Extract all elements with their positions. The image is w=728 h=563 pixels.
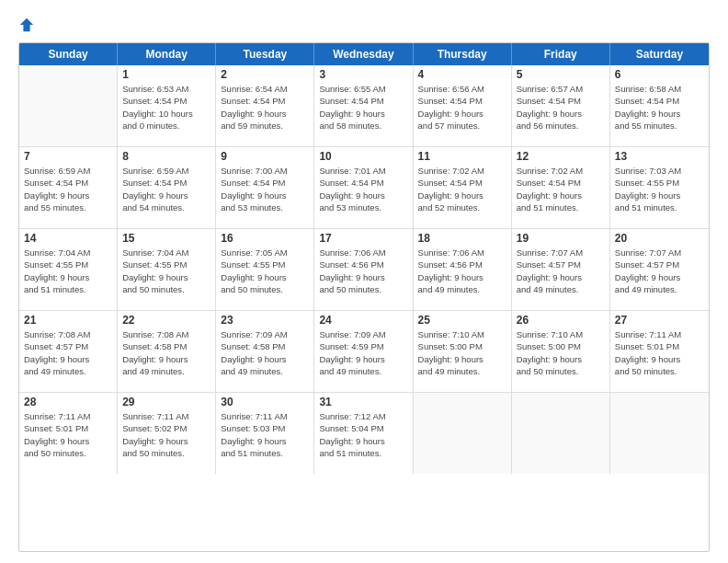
cell-line: Daylight: 9 hours [418, 190, 506, 201]
cell-line: and 50 minutes. [319, 283, 407, 295]
cell-line: Sunset: 4:54 PM [418, 177, 506, 189]
week-row-4: 21Sunrise: 7:08 AMSunset: 4:57 PMDayligh… [19, 311, 709, 393]
day-cell-26: 26Sunrise: 7:10 AMSunset: 5:00 PMDayligh… [512, 311, 610, 392]
day-number: 22 [122, 314, 210, 327]
cell-line: Sunrise: 7:02 AM [418, 165, 506, 177]
cell-line: Sunset: 4:55 PM [24, 259, 112, 270]
cell-line: Sunrise: 7:03 AM [615, 165, 704, 177]
cell-line: Daylight: 9 hours [319, 353, 407, 365]
cell-line: Sunset: 5:02 PM [122, 422, 210, 434]
day-cell-28: 28Sunrise: 7:11 AMSunset: 5:01 PMDayligh… [19, 393, 118, 474]
cell-line: Sunset: 5:00 PM [517, 340, 605, 352]
day-cell-29: 29Sunrise: 7:11 AMSunset: 5:02 PMDayligh… [118, 393, 216, 474]
cell-line: Daylight: 9 hours [517, 271, 605, 283]
cell-line: Daylight: 9 hours [221, 108, 309, 120]
logo [18, 15, 39, 33]
cell-line: Sunrise: 6:54 AM [221, 83, 309, 95]
cell-line: Sunrise: 7:10 AM [517, 328, 605, 340]
cell-line: Sunrise: 7:04 AM [24, 247, 112, 259]
cell-line: Sunset: 4:54 PM [319, 177, 407, 189]
cell-line: Daylight: 9 hours [517, 108, 605, 120]
cell-line: Sunrise: 7:09 AM [221, 328, 309, 340]
day-cell-4: 4Sunrise: 6:56 AMSunset: 4:54 PMDaylight… [414, 65, 512, 146]
cell-line: and 51 minutes. [319, 447, 407, 459]
day-of-week-tuesday: Tuesday [216, 43, 314, 65]
day-number: 4 [418, 68, 506, 81]
cell-line: and 49 minutes. [122, 365, 210, 377]
day-cell-5: 5Sunrise: 6:57 AMSunset: 4:54 PMDaylight… [512, 65, 610, 146]
empty-cell [19, 65, 118, 146]
day-cell-22: 22Sunrise: 7:08 AMSunset: 4:58 PMDayligh… [118, 311, 216, 392]
cell-line: Sunrise: 7:12 AM [319, 410, 407, 422]
cell-line: Sunset: 4:57 PM [24, 340, 112, 352]
cell-line: Sunrise: 7:07 AM [615, 247, 704, 259]
cell-line: Sunset: 4:54 PM [221, 95, 309, 107]
day-number: 20 [615, 232, 704, 245]
cell-line: Sunset: 5:00 PM [418, 340, 506, 352]
day-number: 24 [319, 314, 407, 327]
cell-line: Sunset: 4:54 PM [615, 95, 704, 107]
day-number: 14 [24, 232, 112, 245]
day-cell-31: 31Sunrise: 7:12 AMSunset: 5:04 PMDayligh… [314, 393, 413, 474]
cell-line: Sunrise: 7:09 AM [319, 328, 407, 340]
cell-line: Sunset: 5:01 PM [24, 422, 112, 434]
cell-line: Daylight: 9 hours [122, 190, 210, 201]
day-number: 25 [418, 314, 506, 327]
cell-line: and 50 minutes. [24, 447, 112, 459]
day-cell-23: 23Sunrise: 7:09 AMSunset: 4:58 PMDayligh… [216, 311, 314, 392]
cell-line: Sunrise: 7:04 AM [122, 247, 210, 259]
cell-line: Daylight: 9 hours [221, 353, 309, 365]
cell-line: and 51 minutes. [24, 283, 112, 295]
cell-line: Sunrise: 7:11 AM [24, 410, 112, 422]
day-number: 11 [418, 150, 506, 163]
cell-line: Sunset: 4:54 PM [122, 95, 210, 107]
cell-line: Sunset: 4:54 PM [221, 177, 309, 189]
cell-line: Sunset: 4:57 PM [615, 259, 704, 270]
cell-line: Daylight: 9 hours [24, 271, 112, 283]
cell-line: Sunset: 4:55 PM [221, 259, 309, 270]
week-row-3: 14Sunrise: 7:04 AMSunset: 4:55 PMDayligh… [19, 229, 709, 311]
cell-line: Sunset: 4:59 PM [319, 340, 407, 352]
day-number: 1 [122, 68, 210, 81]
svg-marker-0 [20, 18, 33, 31]
cell-line: Daylight: 9 hours [122, 435, 210, 447]
cell-line: Sunset: 4:56 PM [319, 259, 407, 270]
cell-line: Daylight: 10 hours [122, 108, 210, 120]
cell-line: Sunset: 4:54 PM [319, 95, 407, 107]
day-number: 8 [122, 150, 210, 163]
day-number: 23 [221, 314, 309, 327]
cell-line: and 49 minutes. [418, 365, 506, 377]
cell-line: Sunrise: 7:10 AM [418, 328, 506, 340]
week-row-1: 1Sunrise: 6:53 AMSunset: 4:54 PMDaylight… [19, 65, 709, 147]
day-number: 26 [517, 314, 605, 327]
cell-line: Sunrise: 7:00 AM [221, 165, 309, 177]
empty-cell [414, 393, 512, 474]
cell-line: Sunrise: 7:06 AM [418, 247, 506, 259]
day-number: 28 [24, 396, 112, 408]
cell-line: and 49 minutes. [418, 283, 506, 295]
cell-line: Daylight: 9 hours [319, 271, 407, 283]
cell-line: Daylight: 9 hours [24, 353, 112, 365]
day-cell-3: 3Sunrise: 6:55 AMSunset: 4:54 PMDaylight… [314, 65, 413, 146]
day-number: 3 [319, 68, 407, 81]
cell-line: Sunset: 4:57 PM [517, 259, 605, 270]
cell-line: Daylight: 9 hours [122, 353, 210, 365]
cell-line: Daylight: 9 hours [615, 353, 704, 365]
cell-line: Sunset: 4:54 PM [418, 95, 506, 107]
cell-line: Daylight: 9 hours [221, 190, 309, 201]
cell-line: Daylight: 9 hours [221, 271, 309, 283]
day-cell-21: 21Sunrise: 7:08 AMSunset: 4:57 PMDayligh… [19, 311, 118, 392]
cell-line: Sunrise: 6:57 AM [517, 83, 605, 95]
cell-line: and 56 minutes. [517, 120, 605, 132]
day-of-week-saturday: Saturday [610, 43, 709, 65]
cell-line: Sunrise: 7:11 AM [615, 328, 704, 340]
day-cell-19: 19Sunrise: 7:07 AMSunset: 4:57 PMDayligh… [512, 229, 610, 310]
cell-line: Daylight: 9 hours [517, 190, 605, 201]
cell-line: Daylight: 9 hours [221, 435, 309, 447]
cell-line: and 57 minutes. [418, 120, 506, 132]
day-cell-10: 10Sunrise: 7:01 AMSunset: 4:54 PMDayligh… [314, 147, 413, 228]
day-number: 21 [24, 314, 112, 327]
cell-line: and 49 minutes. [319, 365, 407, 377]
cell-line: Sunrise: 7:08 AM [24, 328, 112, 340]
day-number: 19 [517, 232, 605, 245]
